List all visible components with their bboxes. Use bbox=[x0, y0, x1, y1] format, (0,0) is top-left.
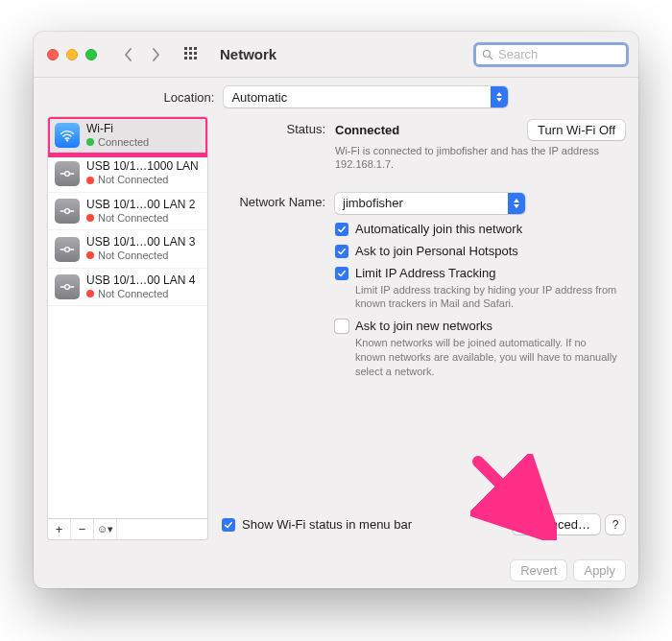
bottom-bar: Revert Apply bbox=[34, 552, 638, 588]
ethernet-icon bbox=[55, 161, 80, 186]
svg-rect-1 bbox=[189, 47, 192, 50]
interface-status: Not Connected bbox=[98, 174, 168, 186]
interface-item-wifi[interactable]: Wi-Fi Connected bbox=[48, 117, 207, 154]
limit-tracking-checkbox-row: Limit IP Address Tracking Limit IP addre… bbox=[335, 266, 625, 312]
network-preferences-window: Network Location: Automatic bbox=[34, 32, 638, 588]
svg-rect-3 bbox=[184, 52, 187, 55]
ask-new-label: Ask to join new networks bbox=[355, 319, 625, 333]
status-value: Connected bbox=[335, 123, 399, 137]
svg-point-11 bbox=[66, 139, 68, 141]
ask-new-help: Known networks will be joined automatica… bbox=[355, 336, 625, 379]
network-name-select[interactable]: jimbofisher bbox=[335, 193, 525, 214]
interface-name: USB 10/1…1000 LAN bbox=[86, 160, 199, 174]
forward-button[interactable] bbox=[145, 45, 166, 64]
window-body: Location: Automatic Wi-Fi Connected bbox=[34, 78, 638, 588]
svg-point-9 bbox=[484, 50, 491, 57]
remove-interface-button[interactable]: − bbox=[71, 519, 94, 539]
back-button[interactable] bbox=[118, 45, 139, 64]
window-controls bbox=[43, 49, 97, 60]
panel-footer: Show Wi-Fi status in menu bar Advanced… … bbox=[222, 514, 625, 540]
svg-rect-5 bbox=[194, 52, 197, 55]
window-title: Network bbox=[220, 46, 276, 62]
status-dot-icon bbox=[86, 251, 94, 259]
show-all-button[interactable] bbox=[181, 44, 203, 65]
location-select[interactable]: Automatic bbox=[224, 86, 508, 107]
auto-join-checkbox-row: Automatically join this network bbox=[335, 222, 625, 236]
interface-name: USB 10/1…00 LAN 4 bbox=[86, 274, 195, 288]
select-knob-icon bbox=[508, 193, 525, 214]
interface-status: Connected bbox=[98, 136, 149, 149]
turn-wifi-off-button[interactable]: Turn Wi-Fi Off bbox=[528, 120, 625, 140]
ethernet-icon bbox=[55, 237, 80, 262]
zoom-window-button[interactable] bbox=[85, 49, 97, 60]
search-input[interactable] bbox=[498, 47, 620, 61]
interface-item-lan-2[interactable]: USB 10/1…00 LAN 2 Not Connected bbox=[48, 193, 207, 230]
svg-rect-6 bbox=[184, 57, 187, 59]
svg-rect-2 bbox=[194, 47, 197, 50]
auto-join-checkbox[interactable] bbox=[335, 223, 348, 236]
status-dot-icon bbox=[86, 138, 94, 146]
location-label: Location: bbox=[164, 90, 215, 105]
interface-item-lan-3[interactable]: USB 10/1…00 LAN 3 Not Connected bbox=[48, 230, 207, 268]
search-field[interactable] bbox=[473, 42, 629, 67]
limit-tracking-label: Limit IP Address Tracking bbox=[355, 266, 625, 280]
interface-name: Wi-Fi bbox=[86, 123, 149, 136]
location-value: Automatic bbox=[231, 90, 287, 105]
status-dot-icon bbox=[86, 290, 94, 297]
interface-list: Wi-Fi Connected USB 10/1…1000 LAN Not Co… bbox=[47, 116, 208, 519]
svg-rect-0 bbox=[184, 47, 187, 50]
status-dot-icon bbox=[86, 214, 94, 222]
add-interface-button[interactable]: + bbox=[48, 519, 71, 539]
advanced-button[interactable]: Advanced… bbox=[513, 514, 600, 534]
close-window-button[interactable] bbox=[47, 49, 59, 60]
network-name-label: Network Name: bbox=[222, 193, 325, 379]
auto-join-label: Automatically join this network bbox=[355, 222, 522, 236]
svg-rect-4 bbox=[189, 52, 192, 55]
status-label: Status: bbox=[222, 120, 325, 172]
nav-buttons bbox=[118, 45, 166, 64]
status-dot-icon bbox=[86, 177, 94, 184]
interface-status: Not Connected bbox=[98, 249, 168, 262]
limit-tracking-help: Limit IP address tracking by hiding your… bbox=[355, 283, 625, 312]
interface-name: USB 10/1…00 LAN 2 bbox=[86, 199, 195, 212]
svg-rect-7 bbox=[189, 57, 192, 59]
ethernet-icon bbox=[55, 199, 80, 224]
minimize-window-button[interactable] bbox=[66, 49, 78, 60]
personal-hotspot-checkbox[interactable] bbox=[335, 245, 348, 258]
interface-name: USB 10/1…00 LAN 3 bbox=[86, 236, 195, 249]
apply-button[interactable]: Apply bbox=[574, 560, 625, 581]
interface-status: Not Connected bbox=[98, 288, 168, 300]
network-name-row: Network Name: jimbofisher Automatically … bbox=[222, 193, 625, 379]
interface-item-lan-1[interactable]: USB 10/1…1000 LAN Not Connected bbox=[48, 154, 207, 192]
interfaces-sidebar: Wi-Fi Connected USB 10/1…1000 LAN Not Co… bbox=[47, 116, 208, 540]
interface-item-lan-4[interactable]: USB 10/1…00 LAN 4 Not Connected bbox=[48, 269, 207, 306]
menubar-label: Show Wi-Fi status in menu bar bbox=[242, 517, 412, 532]
revert-button[interactable]: Revert bbox=[511, 560, 566, 581]
interface-status: Not Connected bbox=[98, 212, 168, 225]
menubar-checkbox[interactable] bbox=[222, 518, 235, 532]
personal-hotspot-checkbox-row: Ask to join Personal Hotspots bbox=[335, 244, 625, 258]
network-name-value: jimbofisher bbox=[343, 196, 403, 210]
interface-actions-button[interactable]: ☺︎▾ bbox=[94, 519, 117, 539]
help-button[interactable]: ? bbox=[606, 515, 625, 534]
svg-rect-8 bbox=[194, 57, 197, 59]
select-knob-icon bbox=[491, 86, 508, 107]
details-panel: Status: Connected Turn Wi-Fi Off Wi-Fi i… bbox=[222, 116, 625, 540]
search-icon bbox=[482, 49, 493, 60]
ask-new-checkbox[interactable] bbox=[335, 320, 348, 333]
status-row: Status: Connected Turn Wi-Fi Off Wi-Fi i… bbox=[222, 120, 625, 172]
svg-line-10 bbox=[490, 56, 492, 59]
limit-tracking-checkbox[interactable] bbox=[335, 267, 348, 280]
location-row: Location: Automatic bbox=[34, 78, 638, 116]
personal-hotspot-label: Ask to join Personal Hotspots bbox=[355, 244, 518, 258]
ask-new-checkbox-row: Ask to join new networks Known networks … bbox=[335, 319, 625, 379]
ethernet-icon bbox=[55, 274, 80, 299]
titlebar: Network bbox=[34, 32, 638, 78]
wifi-icon bbox=[55, 123, 80, 148]
interface-toolbar: + − ☺︎▾ bbox=[47, 519, 208, 540]
main-row: Wi-Fi Connected USB 10/1…1000 LAN Not Co… bbox=[34, 116, 638, 552]
status-help-text: Wi-Fi is connected to jimbofisher and ha… bbox=[335, 144, 625, 172]
